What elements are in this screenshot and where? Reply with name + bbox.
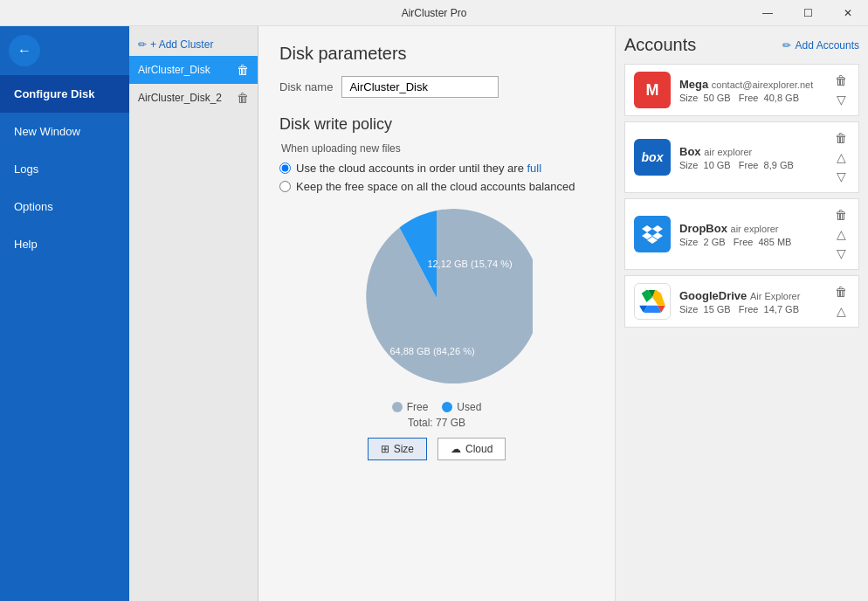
account-card-dropbox: DropBox air explorer Size 2 GB Free 485 … [624, 198, 859, 270]
cloud-button-label: Cloud [465, 443, 493, 455]
googledrive-actions: 🗑 △ [832, 283, 850, 320]
box-info: Box air explorer Size 10 GB Free 8,9 GB [679, 145, 823, 170]
googledrive-delete-button[interactable]: 🗑 [832, 283, 850, 300]
chart-total: Total: 77 GB [408, 417, 465, 429]
cloud-icon: ☁ [451, 443, 461, 455]
mega-email: contact@airexplorer.net [712, 79, 813, 90]
disk-list-item-1[interactable]: AirCluster_Disk_2 🗑 [129, 84, 258, 112]
chart-legend: Free Used [392, 401, 482, 413]
box-delete-button[interactable]: 🗑 [832, 129, 850, 147]
googledrive-move-up-button[interactable]: △ [832, 302, 850, 320]
box-move-down-button[interactable]: ▽ [832, 168, 850, 185]
googledrive-size: Size 15 GB Free 14,7 GB [679, 304, 823, 314]
dropbox-info: DropBox air explorer Size 2 GB Free 485 … [679, 222, 823, 247]
pie-free-slice [366, 209, 533, 383]
googledrive-logo [634, 283, 671, 320]
add-accounts-icon: ✏ [782, 39, 791, 52]
dropbox-logo [634, 216, 671, 252]
dropbox-icon [642, 225, 663, 244]
main-content: Disk parameters Disk name Disk write pol… [258, 26, 615, 601]
box-size: Size 10 GB Free 8,9 GB [679, 160, 823, 170]
disk-name-label: Disk name [279, 80, 333, 93]
radio-option-1-label: Use the cloud accounts in order until th… [296, 162, 541, 175]
mega-move-down-button[interactable]: ▽ [832, 91, 850, 108]
googledrive-header: GoogleDrive Air Explorer [679, 289, 823, 302]
box-email: air explorer [704, 147, 752, 157]
disk-name-input[interactable] [341, 76, 499, 98]
back-button[interactable]: ← [9, 35, 40, 66]
dropbox-delete-button[interactable]: 🗑 [832, 206, 850, 224]
sidebar-item-label: Configure Disk [14, 87, 94, 100]
accounts-panel: Accounts ✏ Add Accounts M Mega contact@a… [615, 26, 868, 601]
sidebar-item-options[interactable]: Options [0, 188, 129, 225]
pie-svg: 12,12 GB (15,74 %) 64,88 GB (84,26 %) [341, 202, 533, 394]
sidebar-item-new-window[interactable]: New Window [0, 113, 129, 150]
disk-item-name-0: AirCluster_Disk [138, 64, 237, 76]
mega-size: Size 50 GB Free 40,8 GB [679, 93, 823, 103]
account-card-googledrive: GoogleDrive Air Explorer Size 15 GB Free… [624, 275, 859, 328]
maximize-button[interactable]: ☐ [788, 0, 828, 26]
googledrive-icon [639, 290, 665, 313]
dropbox-actions: 🗑 △ ▽ [832, 206, 850, 262]
add-cluster-icon: ✏ [138, 38, 147, 51]
pie-used-label: 12,12 GB (15,74 %) [427, 259, 512, 269]
radio-option-2-row: Keep the free space on all the cloud acc… [279, 180, 594, 193]
radio-option-2-label: Keep the free space on all the cloud acc… [296, 180, 575, 193]
titlebar: AirCluster Pro — ☐ ✕ [0, 0, 868, 26]
sidebar-item-label: Logs [14, 162, 38, 176]
mega-info: Mega contact@airexplorer.net Size 50 GB … [679, 78, 823, 103]
add-cluster-label: + Add Cluster [150, 38, 213, 51]
account-card-mega: M Mega contact@airexplorer.net Size 50 G… [624, 64, 859, 116]
googledrive-email: Air Explorer [750, 291, 800, 301]
add-accounts-button[interactable]: ✏ Add Accounts [782, 39, 859, 52]
box-header: Box air explorer [679, 145, 823, 158]
sidebar-item-logs[interactable]: Logs [0, 150, 129, 188]
sidebar-item-label: Options [14, 200, 53, 213]
accounts-title: Accounts [624, 35, 696, 55]
disk-item-name-1: AirCluster_Disk_2 [138, 92, 237, 104]
box-logo: box [634, 139, 671, 176]
radio-option-2[interactable] [279, 181, 291, 192]
size-icon: ⊞ [381, 443, 389, 455]
account-card-box: box Box air explorer Size 10 GB Free 8,9… [624, 121, 859, 193]
pie-free-label: 64,88 GB (84,26 %) [389, 346, 474, 356]
mega-logo: M [634, 72, 671, 108]
delete-disk-icon-1[interactable]: 🗑 [237, 91, 249, 105]
size-button[interactable]: ⊞ Size [368, 438, 427, 460]
disk-name-row: Disk name [279, 76, 594, 98]
box-actions: 🗑 △ ▽ [832, 129, 850, 185]
dropbox-move-up-button[interactable]: △ [832, 225, 850, 243]
upload-label: When uploading new files [279, 142, 594, 155]
minimize-button[interactable]: — [747, 0, 788, 26]
disk-panel: ✏ + Add Cluster AirCluster_Disk 🗑 AirClu… [129, 26, 258, 601]
app-body: ← Configure Disk New Window Logs Options… [0, 26, 868, 601]
accounts-header: Accounts ✏ Add Accounts [624, 35, 859, 55]
legend-free-label: Free [407, 401, 429, 413]
sidebar-item-configure-disk[interactable]: Configure Disk [0, 75, 129, 113]
add-cluster-button[interactable]: ✏ + Add Cluster [129, 33, 258, 56]
delete-disk-icon-0[interactable]: 🗑 [237, 63, 249, 77]
mega-delete-button[interactable]: 🗑 [832, 72, 850, 89]
close-button[interactable]: ✕ [828, 0, 868, 26]
legend-used: Used [442, 401, 481, 413]
write-policy-title: Disk write policy [279, 115, 594, 134]
legend-used-dot [442, 402, 452, 412]
dropbox-size: Size 2 GB Free 485 MB [679, 237, 823, 247]
sidebar-item-help[interactable]: Help [0, 225, 129, 263]
sidebar-item-label: New Window [14, 125, 80, 138]
sidebar: ← Configure Disk New Window Logs Options… [0, 26, 129, 601]
mega-actions: 🗑 ▽ [832, 72, 850, 108]
mega-name: Mega [679, 78, 708, 91]
chart-area: 12,12 GB (15,74 %) 64,88 GB (84,26 %) Fr… [279, 202, 594, 460]
size-button-label: Size [394, 443, 414, 455]
box-move-up-button[interactable]: △ [832, 149, 850, 166]
pie-chart: 12,12 GB (15,74 %) 64,88 GB (84,26 %) [341, 202, 533, 394]
sidebar-item-label: Help [14, 238, 38, 251]
dropbox-email: air explorer [731, 224, 779, 234]
disk-list-item-0[interactable]: AirCluster_Disk 🗑 [129, 56, 258, 84]
dropbox-move-down-button[interactable]: ▽ [832, 245, 850, 262]
cloud-button[interactable]: ☁ Cloud [437, 438, 506, 460]
mega-logo-text: M [646, 81, 659, 100]
googledrive-info: GoogleDrive Air Explorer Size 15 GB Free… [679, 289, 823, 314]
radio-option-1[interactable] [279, 162, 291, 174]
